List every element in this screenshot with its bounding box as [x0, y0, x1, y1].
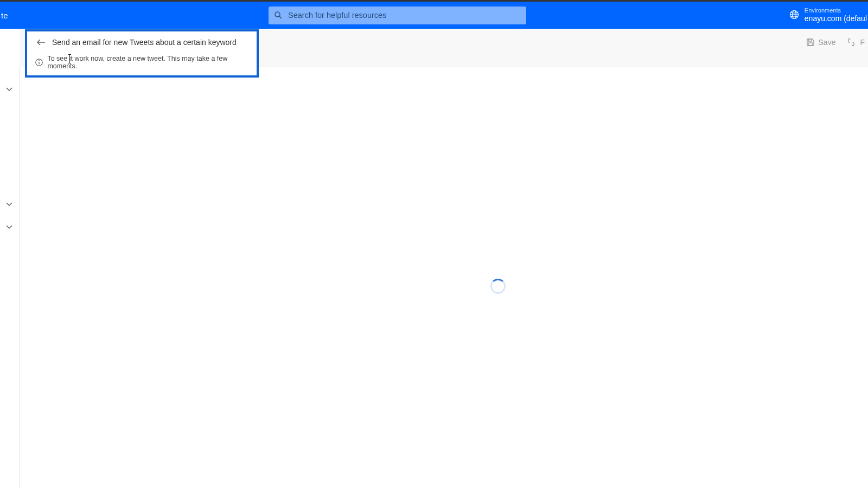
- rail-collapse-2[interactable]: [5, 199, 13, 209]
- text-cursor: [69, 54, 70, 63]
- app-top-bar: te Search for helpful resources Environm…: [0, 2, 868, 29]
- svg-point-7: [39, 60, 40, 61]
- globe-icon: [789, 10, 799, 21]
- chevron-down-icon: [5, 86, 13, 92]
- left-rail: [0, 67, 20, 488]
- flow-checker-icon: [846, 37, 856, 47]
- app-title-fragment: te: [0, 11, 8, 20]
- info-icon: [35, 58, 43, 67]
- search-icon: [274, 11, 283, 20]
- flow-info-text: To see it work now, create a new tweet. …: [47, 55, 251, 70]
- svg-rect-10: [808, 43, 813, 46]
- search-placeholder: Search for helpful resources: [288, 11, 386, 20]
- flow-title[interactable]: Send an email for new Tweets about a cer…: [52, 38, 237, 47]
- flow-checker-button[interactable]: F: [843, 35, 868, 49]
- toolbar-right: Save F: [803, 33, 868, 52]
- chevron-down-icon: [5, 201, 13, 207]
- loading-spinner: [490, 279, 506, 294]
- flow-canvas: [20, 67, 868, 488]
- save-button[interactable]: Save: [803, 36, 839, 49]
- environment-value: enayu.com (defaul: [805, 14, 867, 23]
- flow-checker-label-fragment: F: [860, 38, 865, 47]
- svg-rect-9: [808, 39, 811, 41]
- environment-label: Environments: [805, 7, 867, 14]
- svg-point-0: [275, 12, 280, 17]
- arrow-left-icon: [36, 38, 46, 46]
- rail-collapse-1[interactable]: [5, 84, 13, 94]
- chevron-down-icon: [5, 224, 13, 229]
- save-icon: [806, 38, 815, 47]
- environment-picker[interactable]: Environments enayu.com (defaul: [789, 2, 868, 29]
- back-button[interactable]: [34, 38, 49, 46]
- svg-line-1: [279, 16, 282, 18]
- save-label: Save: [819, 38, 836, 47]
- search-input[interactable]: Search for helpful resources: [269, 7, 526, 24]
- rail-collapse-3[interactable]: [5, 222, 13, 232]
- flow-header-highlight: Send an email for new Tweets about a cer…: [25, 29, 259, 78]
